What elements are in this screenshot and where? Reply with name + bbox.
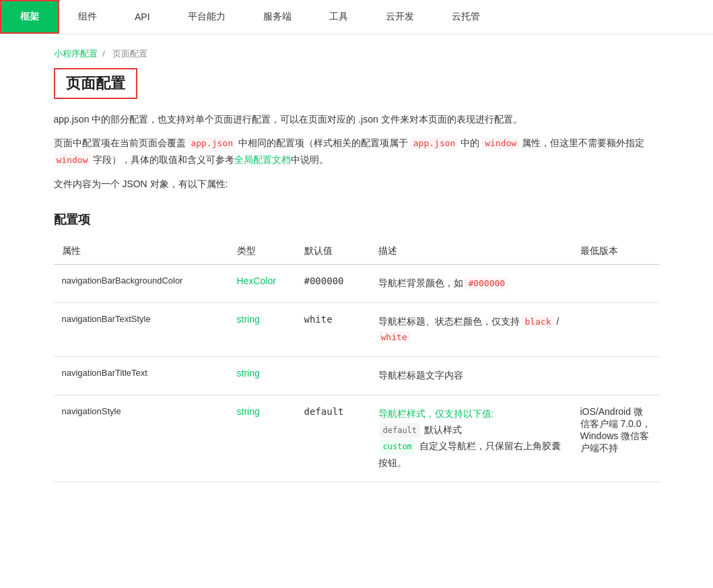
desc-code-hex: #000000 <box>465 277 508 289</box>
config-table: 属性 类型 默认值 描述 最低版本 navigationBarBackgroun… <box>54 238 660 483</box>
desc-para-2: 页面中配置项在当前页面会覆盖 app.json 中相同的配置项（样式相关的配置项… <box>54 135 660 168</box>
th-desc: 描述 <box>370 238 572 265</box>
nav-item-server[interactable]: 服务端 <box>244 1 310 32</box>
desc-para-3: 文件内容为一个 JSON 对象，有以下属性: <box>54 176 660 193</box>
table-row: navigationBarTitleText string 导航栏标题文字内容 <box>54 357 660 395</box>
cell-type-1: HexColor <box>229 264 296 302</box>
desc-code-white: white <box>378 331 410 343</box>
th-attr: 属性 <box>54 238 229 265</box>
nav-item-tools[interactable]: 工具 <box>310 1 367 32</box>
cell-default-2: white <box>296 302 370 357</box>
cell-type-4: string <box>229 395 296 482</box>
cell-attr-3: navigationBarTitleText <box>54 357 229 395</box>
cell-version-1 <box>572 264 660 302</box>
th-version: 最低版本 <box>572 238 660 265</box>
table-row: navigationBarBackgroundColor HexColor #0… <box>54 264 660 302</box>
cell-attr-4: navigationStyle <box>54 395 229 482</box>
nav-item-framework[interactable]: 框架 <box>0 0 59 34</box>
cell-default-1: #000000 <box>296 264 370 302</box>
main-content: 小程序配置 / 页面配置 页面配置 app.json 中的部分配置，也支持对单个… <box>34 34 680 509</box>
inline-code-window1: window <box>482 137 519 149</box>
page-title-box: 页面配置 <box>54 68 137 99</box>
cell-default-3 <box>296 357 370 395</box>
cell-attr-1: navigationBarBackgroundColor <box>54 264 229 302</box>
cell-attr-2: navigationBarTextStyle <box>54 302 229 357</box>
cell-version-3 <box>572 357 660 395</box>
inline-code-appjson1: app.json <box>188 137 236 149</box>
table-row: navigationStyle string default 导航栏样式，仅支持… <box>54 395 660 482</box>
cell-type-3: string <box>229 357 296 395</box>
cell-desc-4: 导航栏样式，仅支持以下值: default 默认样式 custom 自定义导航栏… <box>370 395 572 482</box>
breadcrumb-current: 页面配置 <box>112 48 147 59</box>
table-header-row: 属性 类型 默认值 描述 最低版本 <box>54 238 660 265</box>
cell-version-2 <box>572 302 660 357</box>
cell-desc-1: 导航栏背景颜色，如 #000000 <box>370 264 572 302</box>
inline-code-appjson2: app.json <box>411 137 459 149</box>
cell-type-2: string <box>229 302 296 357</box>
breadcrumb-separator: / <box>102 48 105 59</box>
inline-code-window2: window <box>54 154 91 166</box>
code-default: default <box>380 423 421 438</box>
th-default: 默认值 <box>296 238 370 265</box>
cell-default-4: default <box>296 395 370 482</box>
global-config-link[interactable]: 全局配置文档 <box>234 154 291 165</box>
nav-bar: 框架 组件 API 平台能力 服务端 工具 云开发 云托管 <box>0 0 713 34</box>
nav-item-platform[interactable]: 平台能力 <box>169 1 244 32</box>
nav-item-cloud-host[interactable]: 云托管 <box>433 1 499 32</box>
nav-item-components[interactable]: 组件 <box>59 1 116 32</box>
th-type: 类型 <box>229 238 296 265</box>
code-custom: custom <box>380 439 415 454</box>
cell-version-4: iOS/Android 微信客户端 7.0.0，Windows 微信客户端不持 <box>572 395 660 482</box>
nav-item-cloud-dev[interactable]: 云开发 <box>367 1 433 32</box>
cell-desc-3: 导航栏标题文字内容 <box>370 357 572 395</box>
breadcrumb-parent-link[interactable]: 小程序配置 <box>54 48 98 59</box>
nav-item-api[interactable]: API <box>116 2 169 32</box>
table-row: navigationBarTextStyle string white 导航栏标… <box>54 302 660 357</box>
desc-para-1: app.json 中的部分配置，也支持对单个页面进行配置，可以在页面对应的 .j… <box>54 111 660 128</box>
nav-style-link[interactable]: 导航栏样式，仅支持以下值: <box>378 408 494 419</box>
breadcrumb: 小程序配置 / 页面配置 <box>54 48 660 60</box>
page-title: 页面配置 <box>66 73 125 94</box>
section-title-config: 配置项 <box>54 211 660 228</box>
desc-code-black: black <box>522 316 553 327</box>
cell-desc-2: 导航栏标题、状态栏颜色，仅支持 black / white <box>370 302 572 357</box>
